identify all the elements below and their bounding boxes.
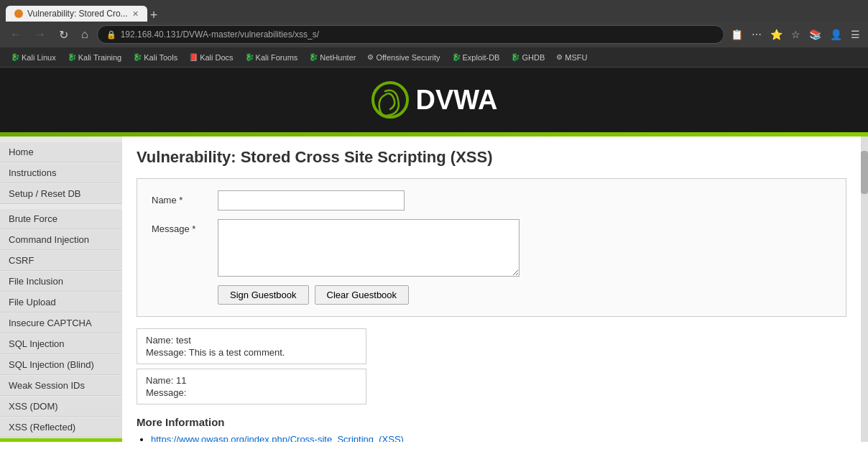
message-textarea[interactable]	[218, 219, 520, 277]
bookmark-ghdb[interactable]: 🐉 GHDB	[506, 51, 550, 64]
bookmark-kali-training[interactable]: 🐉 Kali Training	[63, 51, 127, 64]
tab-title: Vulnerability: Stored Cro...	[27, 9, 128, 19]
address-text: 192.168.40.131/DVWA-master/vulnerabiliti…	[121, 29, 715, 40]
content-area: Vulnerability: Stored Cross Site Scripti…	[122, 137, 861, 442]
sidebar-item-command-injection[interactable]: Command Injection	[0, 230, 122, 250]
message-label: Message *	[152, 219, 209, 234]
pocket-icon[interactable]: ⭐	[768, 27, 785, 42]
sign-guestbook-btn[interactable]: Sign Guestbook	[218, 285, 309, 305]
bookmarks-icon[interactable]: 📋	[729, 27, 745, 42]
bookmark-kali-linux[interactable]: 🐉 Kali Linux	[6, 51, 61, 64]
clear-guestbook-btn[interactable]: Clear Guestbook	[315, 285, 410, 305]
dvwa-logo: DVWA	[371, 80, 498, 120]
sidebar-item-csrf[interactable]: CSRF	[0, 251, 122, 271]
bookmarks-bar: 🐉 Kali Linux 🐉 Kali Training 🐉 Kali Tool…	[0, 47, 868, 68]
name-input[interactable]	[218, 190, 405, 211]
active-tab[interactable]: Vulnerability: Stored Cro... ✕	[6, 6, 147, 22]
bookmark-msfu[interactable]: ⚙ MSFU	[551, 51, 592, 64]
main-content: Home Instructions Setup / Reset DB Brute…	[0, 137, 868, 442]
sidebar-item-setup[interactable]: Setup / Reset DB	[0, 184, 122, 204]
sidebar-item-instructions[interactable]: Instructions	[0, 163, 122, 183]
nav-icons: 📋 ⋯ ⭐ ☆ 📚 👤 ☰	[729, 27, 862, 42]
svg-point-0	[373, 83, 407, 117]
entry-2-name: Name: 11	[146, 375, 357, 386]
sidebar-item-sql-blind[interactable]: SQL Injection (Blind)	[0, 355, 122, 375]
tab-bar: Vulnerability: Stored Cro... ✕ +	[0, 0, 868, 22]
forward-btn[interactable]: →	[30, 25, 50, 44]
bookmark-offensive-security[interactable]: ⚙ Offensive Security	[362, 51, 445, 64]
tab-close-btn[interactable]: ✕	[132, 9, 139, 19]
lock-icon: 🔒	[106, 30, 116, 40]
sidebar-item-brute-force[interactable]: Brute Force	[0, 209, 122, 229]
dvwa-text: DVWA	[416, 85, 498, 116]
list-item: https://www.owasp.org/index.php/Cross-si…	[151, 434, 846, 442]
sidebar-item-file-upload[interactable]: File Upload	[0, 292, 122, 313]
star-icon[interactable]: ☆	[789, 27, 803, 42]
sync-icon[interactable]: 👤	[828, 27, 844, 42]
bookmark-kali-tools[interactable]: 🐉 Kali Tools	[128, 51, 183, 64]
more-info-links: https://www.owasp.org/index.php/Cross-si…	[137, 434, 846, 442]
scrollbar[interactable]	[861, 137, 868, 442]
bookmark-exploit-db[interactable]: 🐉 Exploit-DB	[447, 51, 505, 64]
entry-1-message: Message: This is a test comment.	[146, 347, 357, 358]
sidebar: Home Instructions Setup / Reset DB Brute…	[0, 137, 122, 442]
tab-favicon	[14, 9, 23, 18]
back-btn[interactable]: ←	[6, 25, 26, 44]
message-row: Message *	[152, 219, 831, 277]
more-info-title: More Information	[137, 416, 846, 428]
guestbook-form: Name * Message * Sign Guestbook Clear Gu…	[137, 178, 846, 317]
name-row: Name *	[152, 190, 831, 211]
sidebar-item-file-inclusion[interactable]: File Inclusion	[0, 272, 122, 292]
link-1[interactable]: https://www.owasp.org/index.php/Cross-si…	[151, 434, 404, 442]
name-label: Name *	[152, 190, 209, 205]
sidebar-item-sql[interactable]: SQL Injection	[0, 334, 122, 354]
entry-2-message: Message:	[146, 387, 357, 398]
new-tab-btn[interactable]: +	[150, 9, 158, 22]
more-info-section: More Information https://www.owasp.org/i…	[137, 416, 846, 442]
page-title: Vulnerability: Stored Cross Site Scripti…	[137, 148, 846, 167]
entry-1-name: Name: test	[146, 335, 357, 346]
form-buttons: Sign Guestbook Clear Guestbook	[152, 285, 831, 305]
bookmark-nethunter[interactable]: 🐉 NetHunter	[304, 51, 361, 64]
nav-bar: ← → ↻ ⌂ 🔒 192.168.40.131/DVWA-master/vul…	[0, 22, 868, 47]
refresh-btn[interactable]: ↻	[55, 25, 73, 45]
library-icon[interactable]: 📚	[807, 27, 823, 42]
page-wrapper: DVWA Home Instructions Setup / Reset DB …	[0, 68, 868, 442]
sidebar-item-xss-stored[interactable]: XSS (Stored)	[0, 438, 122, 442]
scrollbar-thumb[interactable]	[861, 151, 868, 194]
extensions-icon[interactable]: ⋯	[749, 27, 764, 42]
sidebar-item-insecure-captcha[interactable]: Insecure CAPTCHA	[0, 313, 122, 333]
dvwa-header: DVWA	[0, 68, 868, 132]
bookmark-kali-forums[interactable]: 🐉 Kali Forums	[240, 51, 303, 64]
guestbook-entry-1: Name: test Message: This is a test comme…	[137, 328, 366, 364]
sidebar-item-weak-session[interactable]: Weak Session IDs	[0, 376, 122, 396]
menu-icon[interactable]: ☰	[849, 27, 862, 42]
sidebar-item-home[interactable]: Home	[0, 142, 122, 162]
sidebar-item-xss-dom[interactable]: XSS (DOM)	[0, 397, 122, 417]
guestbook-entry-2: Name: 11 Message:	[137, 369, 366, 404]
bookmark-kali-docs[interactable]: 📕 Kali Docs	[184, 51, 238, 64]
sidebar-item-xss-reflected[interactable]: XSS (Reflected)	[0, 417, 122, 438]
home-btn[interactable]: ⌂	[77, 25, 93, 44]
dvwa-logo-swirl	[371, 80, 410, 120]
address-bar[interactable]: 🔒 192.168.40.131/DVWA-master/vulnerabili…	[97, 25, 724, 44]
